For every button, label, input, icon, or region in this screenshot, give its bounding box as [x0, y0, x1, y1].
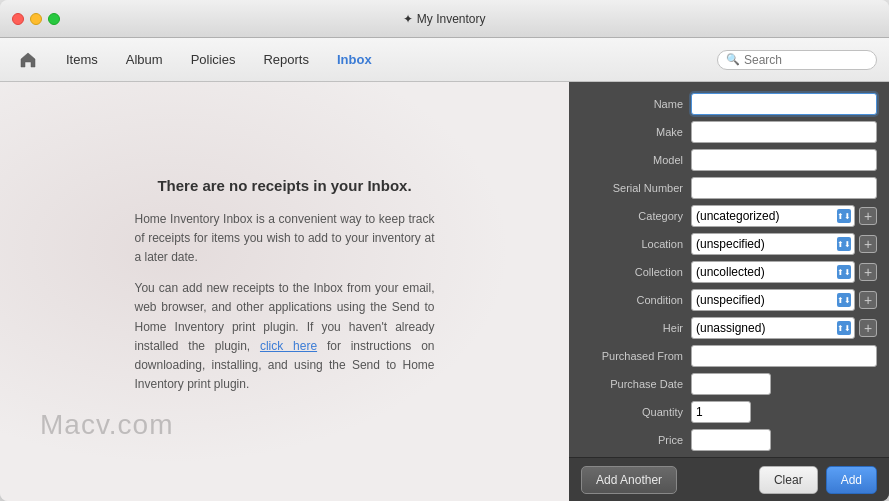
inbox-paragraph-1: Home Inventory Inbox is a convenient way…: [135, 210, 435, 268]
form-row-heir: Heir (unassigned) ⬆⬇ +: [569, 314, 889, 342]
label-price: Price: [581, 434, 691, 446]
form-row-name: Name: [569, 90, 889, 118]
titlebar: ✦ My Inventory: [0, 0, 889, 38]
label-collection: Collection: [581, 266, 691, 278]
search-box: 🔍: [717, 50, 877, 70]
input-model[interactable]: [691, 149, 877, 171]
form-row-purchased-from: Purchased From: [569, 342, 889, 370]
form-area: Name Make Model Serial Number: [569, 82, 889, 457]
add-location-button[interactable]: +: [859, 235, 877, 253]
home-button[interactable]: [12, 44, 44, 76]
maximize-button[interactable]: [48, 13, 60, 25]
search-icon: 🔍: [726, 53, 740, 66]
close-button[interactable]: [12, 13, 24, 25]
form-row-price: Price: [569, 426, 889, 454]
select-wrapper-location: (unspecified) ⬆⬇: [691, 233, 855, 255]
main-content: There are no receipts in your Inbox. Hom…: [0, 82, 889, 501]
select-wrapper-condition: (unspecified) ⬆⬇: [691, 289, 855, 311]
select-wrapper-heir: (unassigned) ⬆⬇: [691, 317, 855, 339]
minimize-button[interactable]: [30, 13, 42, 25]
nav-item-inbox[interactable]: Inbox: [323, 48, 386, 71]
label-condition: Condition: [581, 294, 691, 306]
form-row-make: Make: [569, 118, 889, 146]
select-location[interactable]: (unspecified): [691, 233, 855, 255]
select-condition[interactable]: (unspecified): [691, 289, 855, 311]
add-category-button[interactable]: +: [859, 207, 877, 225]
select-row-condition: (unspecified) ⬆⬇ +: [691, 289, 877, 311]
nav-item-policies[interactable]: Policies: [177, 48, 250, 71]
input-purchase-date[interactable]: [691, 373, 771, 395]
input-make[interactable]: [691, 121, 877, 143]
watermark: Macv.com: [40, 409, 174, 441]
traffic-lights: [12, 13, 60, 25]
form-row-category: Category (uncategorized) ⬆⬇ +: [569, 202, 889, 230]
input-serial-number[interactable]: [691, 177, 877, 199]
inbox-body: Home Inventory Inbox is a convenient way…: [135, 210, 435, 407]
add-condition-button[interactable]: +: [859, 291, 877, 309]
form-row-purchase-date: Purchase Date: [569, 370, 889, 398]
select-row-collection: (uncollected) ⬆⬇ +: [691, 261, 877, 283]
select-row-heir: (unassigned) ⬆⬇ +: [691, 317, 877, 339]
form-row-collection: Collection (uncollected) ⬆⬇ +: [569, 258, 889, 286]
add-heir-button[interactable]: +: [859, 319, 877, 337]
clear-button[interactable]: Clear: [759, 466, 818, 494]
label-purchase-date: Purchase Date: [581, 378, 691, 390]
search-input[interactable]: [744, 53, 868, 67]
select-row-location: (unspecified) ⬆⬇ +: [691, 233, 877, 255]
select-heir[interactable]: (unassigned): [691, 317, 855, 339]
nav-item-album[interactable]: Album: [112, 48, 177, 71]
label-name: Name: [581, 98, 691, 110]
nav-item-reports[interactable]: Reports: [249, 48, 323, 71]
input-price[interactable]: [691, 429, 771, 451]
add-collection-button[interactable]: +: [859, 263, 877, 281]
form-row-model: Model: [569, 146, 889, 174]
inbox-heading: There are no receipts in your Inbox.: [157, 177, 411, 194]
add-button[interactable]: Add: [826, 466, 877, 494]
form-bottom-bar: Add Another Clear Add: [569, 457, 889, 501]
inbox-paragraph-2: You can add new receipts to the Inbox fr…: [135, 279, 435, 394]
input-name[interactable]: [691, 93, 877, 115]
select-collection[interactable]: (uncollected): [691, 261, 855, 283]
label-category: Category: [581, 210, 691, 222]
add-another-button[interactable]: Add Another: [581, 466, 677, 494]
label-purchased-from: Purchased From: [581, 350, 691, 362]
window-title: ✦ My Inventory: [403, 12, 485, 26]
form-row-quantity: Quantity: [569, 398, 889, 426]
label-heir: Heir: [581, 322, 691, 334]
select-row-category: (uncategorized) ⬆⬇ +: [691, 205, 877, 227]
label-serial-number: Serial Number: [581, 182, 691, 194]
select-category[interactable]: (uncategorized): [691, 205, 855, 227]
item-form-panel: Name Make Model Serial Number: [569, 82, 889, 501]
inbox-panel: There are no receipts in your Inbox. Hom…: [0, 82, 569, 501]
nav-item-items[interactable]: Items: [52, 48, 112, 71]
form-row-condition: Condition (unspecified) ⬆⬇ +: [569, 286, 889, 314]
select-wrapper-category: (uncategorized) ⬆⬇: [691, 205, 855, 227]
label-quantity: Quantity: [581, 406, 691, 418]
form-row-serial: Serial Number: [569, 174, 889, 202]
input-quantity[interactable]: [691, 401, 751, 423]
form-row-location: Location (unspecified) ⬆⬇ +: [569, 230, 889, 258]
nav-bar: Items Album Policies Reports Inbox: [52, 48, 717, 71]
select-wrapper-collection: (uncollected) ⬆⬇: [691, 261, 855, 283]
label-make: Make: [581, 126, 691, 138]
toolbar: Items Album Policies Reports Inbox 🔍: [0, 38, 889, 82]
app-window: ✦ My Inventory Items Album Policies Repo…: [0, 0, 889, 501]
input-purchased-from[interactable]: [691, 345, 877, 367]
click-here-link[interactable]: click here: [260, 339, 317, 353]
label-location: Location: [581, 238, 691, 250]
label-model: Model: [581, 154, 691, 166]
